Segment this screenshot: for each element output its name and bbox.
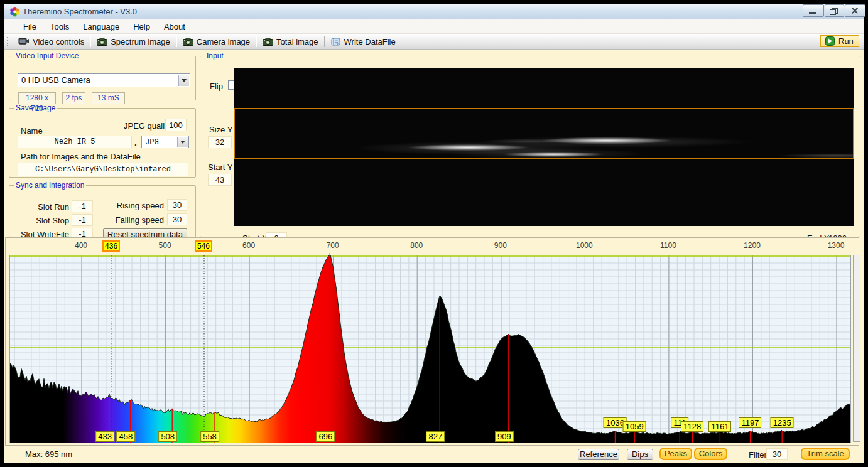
camera-icon bbox=[97, 38, 107, 46]
toolbar-separator bbox=[90, 36, 91, 47]
video-device-select[interactable]: 0 HD USB Camera bbox=[18, 73, 190, 87]
slot-run-label: Slot Run bbox=[9, 202, 69, 212]
axis-tick-label: 1300 bbox=[828, 241, 845, 250]
camera-icon bbox=[263, 38, 273, 46]
save-image-group: Save image Name JPEG quality 100 Ne2h IR… bbox=[9, 104, 196, 178]
format-value: JPG bbox=[145, 138, 159, 147]
axis-tick-label: 700 bbox=[327, 241, 339, 250]
toolbar: Video controlsSpectrum imageCamera image… bbox=[4, 34, 864, 50]
run-icon bbox=[825, 36, 835, 46]
filter-label: Filter bbox=[749, 450, 767, 459]
axis-tick-label: 1200 bbox=[744, 241, 761, 250]
peak-label-909: 909 bbox=[495, 431, 514, 442]
toolbar-button-label: Camera image bbox=[197, 37, 250, 46]
reference-button[interactable]: Reference bbox=[578, 449, 619, 460]
title-bar[interactable]: Theremino Spectrometer - V3.0 bbox=[4, 4, 864, 20]
toolbar-separator bbox=[176, 36, 177, 47]
toolbar-button-label: Total image bbox=[276, 37, 318, 46]
toolbar-button-label: Write DataFile bbox=[344, 37, 396, 46]
scroll-icon bbox=[331, 37, 341, 46]
run-button[interactable]: Run bbox=[820, 35, 859, 47]
toolbar-button-write-datafile[interactable]: Write DataFile bbox=[327, 35, 400, 49]
filter-value[interactable]: 30 bbox=[766, 448, 788, 460]
toolbar-button-label: Spectrum image bbox=[111, 37, 170, 46]
peak-label-1161: 1161 bbox=[708, 421, 731, 432]
app-icon bbox=[9, 6, 20, 17]
restore-button[interactable] bbox=[825, 4, 844, 17]
chevron-down-icon[interactable] bbox=[178, 75, 189, 86]
video-controls-icon bbox=[18, 37, 30, 46]
start-y-label: Start Y bbox=[208, 163, 233, 172]
reference-marker-label[interactable]: 546 bbox=[195, 240, 212, 252]
window-title: Theremino Spectrometer - V3.0 bbox=[23, 7, 137, 16]
peaks-button[interactable]: Peaks bbox=[659, 448, 692, 460]
peak-label-1197: 1197 bbox=[739, 417, 761, 428]
toolbar-button-total-image[interactable]: Total image bbox=[258, 35, 322, 49]
rising-speed-value[interactable]: 30 bbox=[167, 199, 187, 211]
falling-speed-value[interactable]: 30 bbox=[167, 213, 187, 225]
camera-icon bbox=[183, 38, 193, 46]
axis-tick-label: 400 bbox=[75, 241, 87, 250]
video-input-title: Video Input Device bbox=[14, 51, 81, 60]
peak-label-558: 558 bbox=[200, 431, 219, 442]
size-y-label: Size Y bbox=[209, 125, 232, 134]
peak-label-1059: 1059 bbox=[623, 421, 646, 432]
toolbar-button-spectrum-image[interactable]: Spectrum image bbox=[92, 35, 175, 49]
peak-label-433: 433 bbox=[95, 431, 114, 442]
axis-tick-label: 1100 bbox=[660, 241, 676, 250]
axis-tick-label: 1000 bbox=[576, 241, 593, 250]
input-group: Input Flip Size Y 32 Start Y 43 Start X … bbox=[200, 51, 860, 237]
menu-item-file[interactable]: File bbox=[16, 21, 43, 33]
resolution-badge[interactable]: 1280 x 720 bbox=[18, 92, 56, 104]
dot-separator: . bbox=[134, 138, 137, 148]
dips-button[interactable]: Dips bbox=[627, 449, 653, 460]
minimize-button[interactable] bbox=[803, 4, 824, 17]
colors-button[interactable]: Colors bbox=[694, 448, 727, 460]
spectrum-panel: 4334585085586968279091036105911111281161… bbox=[5, 237, 859, 446]
format-select[interactable]: JPG bbox=[141, 136, 189, 148]
axis-tick-label: 800 bbox=[410, 241, 423, 250]
jpeg-quality-value[interactable]: 100 bbox=[165, 119, 187, 131]
filename-input[interactable]: Ne2h IR 5 bbox=[18, 136, 132, 148]
toolbar-button-video-controls[interactable]: Video controls bbox=[14, 35, 89, 49]
menu-item-tools[interactable]: Tools bbox=[43, 21, 76, 33]
peak-label-1235: 1235 bbox=[771, 417, 794, 428]
menu-bar: FileToolsLanguageHelpAbout bbox=[4, 19, 864, 34]
spectrum-chart[interactable]: 4334585085586968279091036105911111281161… bbox=[9, 255, 851, 443]
jpeg-quality-label: JPEG quality bbox=[124, 121, 171, 131]
status-bar: Max: 695 nm ReferenceDipsPeaksColors Fil… bbox=[4, 446, 864, 463]
menu-item-about[interactable]: About bbox=[157, 21, 192, 33]
chart-scrollbar[interactable] bbox=[853, 255, 860, 442]
slot-stop-label: Slot Stop bbox=[9, 216, 69, 225]
axis-tick-label: 900 bbox=[494, 241, 507, 250]
sync-title: Sync and integration bbox=[14, 181, 86, 190]
selection-rect[interactable] bbox=[234, 108, 854, 159]
fps-badge[interactable]: 2 fps bbox=[62, 92, 85, 104]
start-y-value[interactable]: 43 bbox=[208, 174, 232, 186]
falling-speed-label: Falling speed bbox=[85, 215, 164, 225]
latency-badge[interactable]: 13 mS bbox=[92, 92, 125, 104]
menu-item-help[interactable]: Help bbox=[126, 21, 157, 33]
trim-scale-button[interactable]: Trim scale bbox=[801, 448, 850, 460]
toolbar-button-label: Video controls bbox=[33, 37, 84, 46]
input-title: Input bbox=[205, 51, 225, 60]
toolbar-separator bbox=[324, 36, 325, 47]
chevron-down-icon[interactable] bbox=[177, 137, 188, 147]
menu-item-language[interactable]: Language bbox=[76, 21, 126, 33]
name-label: Name bbox=[21, 126, 43, 136]
peak-label-696: 696 bbox=[316, 431, 335, 442]
close-button[interactable] bbox=[845, 4, 865, 17]
rising-speed-label: Rising speed bbox=[85, 201, 164, 210]
max-wavelength-label: Max: 695 nm bbox=[25, 449, 72, 459]
app-window: Theremino Spectrometer - V3.0 FileToolsL… bbox=[4, 4, 864, 463]
flip-label: Flip bbox=[210, 82, 223, 91]
camera-image[interactable] bbox=[234, 68, 854, 226]
reference-marker-label[interactable]: 436 bbox=[102, 240, 120, 252]
save-image-title: Save image bbox=[14, 104, 57, 112]
video-input-group: Video Input Device 0 HD USB Camera 1280 … bbox=[9, 51, 196, 100]
size-y-value[interactable]: 32 bbox=[208, 136, 232, 148]
toolbar-button-camera-image[interactable]: Camera image bbox=[178, 35, 254, 49]
toolbar-grip[interactable] bbox=[7, 37, 10, 46]
path-value[interactable]: C:\Users\GaryG\Desktop\infared bbox=[18, 163, 188, 176]
axis-tick-label: 600 bbox=[242, 241, 255, 250]
